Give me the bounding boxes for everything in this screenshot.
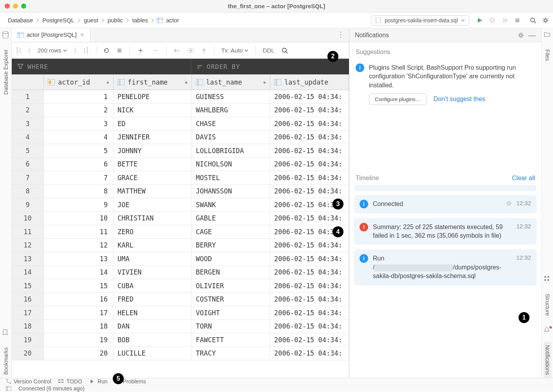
first-name-cell[interactable]: VIVIEN [114,266,192,279]
first-name-cell[interactable]: ZERO [114,225,192,238]
first-name-cell[interactable]: LUCILLE [114,347,192,360]
search-button[interactable] [530,17,537,24]
actor-id-cell[interactable]: 1 [44,90,114,103]
table-row[interactable]: 33EDCHASE2006-02-15 04:34: [12,117,349,131]
actor-id-cell[interactable]: 12 [44,239,114,252]
last-name-cell[interactable]: DAVIS [192,131,270,144]
first-name-cell[interactable]: UMA [114,252,192,266]
last-name-cell[interactable]: SWANK [192,198,270,211]
tx-mode-dropdown[interactable]: Tx: Auto [221,47,248,54]
timeline-item-summary[interactable]: ! Summary: 225 of 225 statements execute… [354,218,537,245]
next-page-button[interactable]: ⟩ [74,47,76,54]
table-row[interactable]: 11PENELOPEGUINESS2006-02-15 04:34: [12,90,349,104]
data-grid-body[interactable]: 11PENELOPEGUINESS2006-02-15 04:34:22NICK… [12,90,349,378]
first-name-cell[interactable]: BETTE [114,158,192,171]
first-page-button[interactable]: ⎮⟨ [16,47,21,54]
actor-id-cell[interactable]: 11 [44,225,114,238]
first-name-cell[interactable]: JENNIFER [114,131,192,144]
rows-count-dropdown[interactable]: 200 rows [38,47,67,54]
more-run-button[interactable] [501,17,508,24]
sidebar-tab-database-explorer[interactable]: Database Explorer [2,46,10,98]
actor-id-cell[interactable]: 14 [44,266,114,279]
actor-id-cell[interactable]: 4 [44,131,114,144]
first-name-cell[interactable]: BOB [114,333,192,347]
last-update-cell[interactable]: 2006-02-15 04:34: [270,198,349,211]
last-update-cell[interactable]: 2006-02-15 04:34: [270,239,349,252]
table-row[interactable]: 1919BOBFAWCETT2006-02-15 04:34: [12,333,349,347]
last-page-button[interactable]: ⟩⎮ [83,47,89,54]
prev-page-button[interactable]: ⟨ [28,47,31,54]
actor-id-cell[interactable]: 15 [44,279,114,293]
last-name-cell[interactable]: CHASE [192,117,270,130]
actor-id-cell[interactable]: 9 [44,198,114,211]
remove-row-button[interactable]: － [152,45,159,56]
stop-button[interactable] [514,17,521,24]
debug-button[interactable] [489,17,496,24]
column-header-actor-id[interactable]: actor_id◆ [44,74,114,90]
first-name-cell[interactable]: CHRISTIAN [114,212,192,225]
last-name-cell[interactable]: JOHANSSON [192,185,270,198]
run-configuration-selector[interactable]: postgres-sakila-insert-data.sql [371,15,469,25]
where-filter-input[interactable]: WHERE [12,59,191,74]
actor-id-cell[interactable]: 17 [44,306,114,320]
column-header-last-update[interactable]: last_update [270,74,349,90]
actor-id-cell[interactable]: 3 [44,117,114,130]
actor-id-cell[interactable]: 6 [44,158,114,171]
table-row[interactable]: 1717HELENVOIGHT2006-02-15 04:34: [12,306,349,320]
last-update-cell[interactable]: 2006-02-15 04:34: [270,117,349,130]
toolwindow-vcs[interactable]: Version Control [5,378,51,385]
actor-id-cell[interactable]: 19 [44,333,114,347]
table-row[interactable]: 88MATTHEWJOHANSSON2006-02-15 04:34: [12,185,349,199]
table-row[interactable]: 1212KARLBERRY2006-02-15 04:34: [12,239,349,253]
last-update-cell[interactable]: 2006-02-15 04:34: [270,212,349,225]
first-name-cell[interactable]: CUBA [114,279,192,293]
table-row[interactable]: 1515CUBAOLIVIER2006-02-15 04:34: [12,279,349,293]
last-update-cell[interactable]: 2006-02-15 04:34: [270,333,349,347]
first-name-cell[interactable]: GRACE [114,171,192,184]
last-name-cell[interactable]: FAWCETT [192,333,270,347]
sidebar-tab-files[interactable]: Files [544,46,551,64]
close-tab-button[interactable]: ✕ [80,32,85,38]
breadcrumb-item-postgresql[interactable]: PostgreSQL [42,15,75,25]
orderby-filter-input[interactable]: ORDER BY [191,59,349,74]
last-name-cell[interactable]: GABLE [192,212,270,225]
restore-toolwindows-icon[interactable] [5,386,11,392]
revert-button[interactable] [174,48,180,53]
first-name-cell[interactable]: HELEN [114,306,192,320]
last-update-cell[interactable]: 2006-02-15 04:34: [270,185,349,198]
last-update-cell[interactable]: 2006-02-15 04:34: [270,144,349,157]
last-update-cell[interactable]: 2006-02-15 04:34: [270,306,349,320]
table-row[interactable]: 1313UMAWOOD2006-02-15 04:34: [12,252,349,266]
last-name-cell[interactable]: OLIVIER [192,279,270,293]
ddl-button[interactable]: DDL [263,47,275,54]
panel-settings-button[interactable] [518,32,524,38]
table-row[interactable]: 1111ZEROCAGE2006-02-15 04:34: [12,225,349,239]
panel-hide-button[interactable]: — [528,33,536,37]
last-name-cell[interactable]: MOSTEL [192,171,270,184]
clear-all-button[interactable]: Clear all [512,175,535,182]
last-name-cell[interactable]: GUINESS [192,90,270,103]
gear-icon[interactable]: ⚙ [506,200,511,208]
last-name-cell[interactable]: CAGE [192,225,270,238]
last-update-cell[interactable]: 2006-02-15 04:34: [270,279,349,293]
toolwindow-todo[interactable]: TODO [58,378,82,385]
table-row[interactable]: 99JOESWANK2006-02-15 04:34: [12,198,349,212]
table-row[interactable]: 22NICKWAHLBERG2006-02-15 04:34: [12,104,349,117]
find-button[interactable] [282,47,288,54]
first-name-cell[interactable]: JOE [114,198,192,211]
editor-tab-actor[interactable]: actor [PostgreSQL] ✕ [12,28,90,42]
first-name-cell[interactable]: ED [114,117,192,130]
tab-menu-button[interactable]: ⋮ [333,27,349,42]
last-update-cell[interactable]: 2006-02-15 04:34: [270,90,349,103]
last-update-cell[interactable]: 2006-02-15 04:34: [270,293,349,306]
column-header-last-name[interactable]: last_name◆ [192,74,270,90]
last-name-cell[interactable]: TRACY [192,347,270,360]
actor-id-cell[interactable]: 2 [44,104,114,117]
last-update-cell[interactable]: 2006-02-15 04:34: [270,104,349,117]
last-name-cell[interactable]: VOIGHT [192,306,270,320]
column-header-first-name[interactable]: first_name◆ [114,74,192,90]
last-name-cell[interactable]: LOLLOBRIGIDA [192,144,270,157]
last-update-cell[interactable]: 2006-02-15 04:34: [270,131,349,144]
last-update-cell[interactable]: 2006-02-15 04:34: [270,347,349,360]
last-name-cell[interactable]: WAHLBERG [192,104,270,117]
